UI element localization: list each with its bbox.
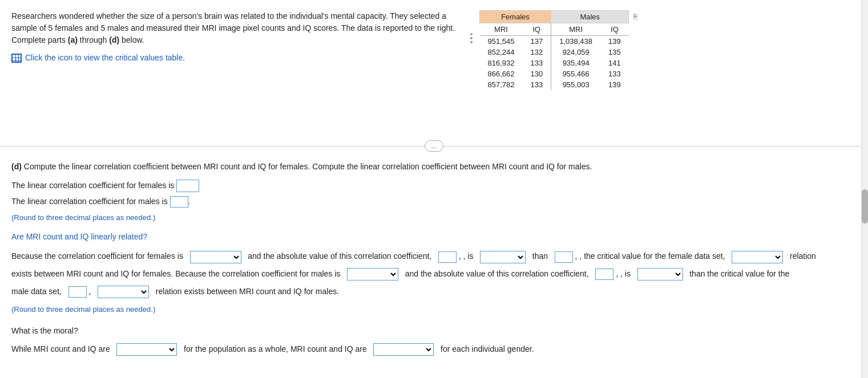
because-line2-mid3: than the critical value for the	[689, 269, 789, 278]
bold-a: (a)	[68, 35, 78, 44]
than-dropdown-1[interactable]: greater less	[480, 251, 526, 263]
relation-text-1: relation	[790, 251, 816, 261]
col-iq-f: IQ	[523, 23, 551, 36]
table-grid-icon	[11, 54, 22, 63]
section-divider: ...	[0, 137, 868, 155]
cell-mri-m: 924,059	[551, 47, 600, 58]
critical-value-females-input[interactable]	[555, 251, 573, 263]
cell-mri-f: 866,662	[480, 68, 523, 79]
d-label: (d)	[11, 162, 22, 171]
because-line2-mid1: and the absolute value of this correlati…	[405, 269, 589, 278]
abs-value-females-input[interactable]	[438, 251, 457, 263]
moral-section: What is the moral? While MRI count and I…	[11, 324, 857, 358]
males-coeff-input[interactable]	[170, 196, 188, 208]
critical-values-text[interactable]: Click the icon to view the critical valu…	[25, 52, 185, 64]
table-row: 857,782 133 955,003 139	[480, 79, 629, 90]
females-coeff-input[interactable]	[176, 180, 199, 192]
cell-iq-f: 137	[523, 36, 551, 47]
females-coeff-label: The linear correlation coefficient for f…	[11, 181, 174, 190]
cell-mri-m: 955,003	[551, 79, 600, 90]
question-d-body: Compute the linear correlation coefficie…	[22, 162, 592, 171]
bold-d: (d)	[109, 35, 119, 44]
bottom-section: (d) Compute the linear correlation coeff…	[0, 155, 868, 369]
cell-mri-m: 1,038,438	[551, 36, 600, 47]
mri-gender-dropdown[interactable]: correlated not correlated	[373, 343, 434, 356]
because-line1-is: , is	[463, 251, 474, 261]
scrollbar[interactable]	[861, 0, 868, 378]
because-line3-mid: relation exists between MRI count and IQ…	[156, 287, 339, 296]
resize-handle[interactable]	[468, 10, 475, 43]
cell-mri-m: 935,494	[551, 58, 600, 68]
critical-value-males-input[interactable]	[68, 286, 87, 298]
data-table: Females Males MRI IQ MRI IQ 951,545 137 …	[479, 10, 629, 90]
moral-line: While MRI count and IQ are correlated no…	[11, 340, 857, 358]
table-row: 852,244 132 924,059 135	[480, 47, 629, 58]
table-row: 951,545 137 1,038,438 139	[480, 36, 629, 47]
table-row: 816,932 133 935,494 141	[480, 58, 629, 68]
cell-iq-m: 141	[600, 58, 629, 68]
cell-iq-f: 132	[523, 47, 551, 58]
problem-paragraph: Researchers wondered whether the size of…	[11, 10, 457, 46]
females-coeff-dropdown[interactable]	[190, 251, 241, 263]
moral-while: While MRI count and IQ are	[11, 344, 110, 353]
copy-icon[interactable]: ⎘	[633, 10, 637, 21]
round-note-2: (Round to three decimal places as needed…	[11, 305, 155, 314]
because-line1-start: Because the correlation coefficient for …	[11, 251, 183, 261]
because-line3-start: male data set,	[11, 287, 62, 296]
moral-label: What is the moral?	[11, 324, 857, 338]
males-coeff-label: The linear correlation coefficient for m…	[11, 197, 168, 206]
mri-related-label: Are MRI count and IQ linearly related?	[11, 230, 857, 244]
cell-iq-f: 130	[523, 68, 551, 79]
col-mri-f: MRI	[480, 23, 523, 36]
divider-pill[interactable]: ...	[425, 140, 443, 152]
scrollbar-thumb[interactable]	[862, 189, 868, 223]
cell-iq-m: 135	[600, 47, 629, 58]
because-line2-is: , is	[620, 269, 631, 278]
table-row: 866,662 130 955,466 133	[480, 68, 629, 79]
because-line1-mid1: and the absolute value of this correlati…	[248, 251, 431, 261]
below-text: below.	[119, 35, 144, 44]
cell-mri-f: 852,244	[480, 47, 523, 58]
critical-values-link[interactable]: Click the icon to view the critical valu…	[11, 52, 457, 64]
cell-iq-f: 133	[523, 58, 551, 68]
relation-dropdown-1[interactable]: no a positive a negative	[732, 251, 783, 263]
cell-mri-f: 857,782	[480, 79, 523, 90]
through-text: through	[78, 35, 109, 44]
males-header: Males	[551, 11, 629, 23]
question-d-text: (d) Compute the linear correlation coeff…	[11, 160, 857, 174]
round-note-1: (Round to three decimal places as needed…	[11, 213, 155, 222]
males-coeff-line: The linear correlation coefficient for m…	[11, 193, 857, 225]
period: .	[188, 197, 191, 206]
col-mri-m: MRI	[551, 23, 600, 36]
abs-value-males-input[interactable]	[595, 269, 613, 280]
than-text: than	[532, 251, 548, 261]
problem-text: Researchers wondered whether the size of…	[11, 10, 457, 131]
moral-mid: for the population as a whole, MRI count…	[184, 344, 367, 353]
cell-mri-f: 951,545	[480, 36, 523, 47]
because-line1-mid4: , the critical value for the female data…	[579, 251, 725, 261]
cell-mri-f: 816,932	[480, 58, 523, 68]
cell-iq-f: 133	[523, 79, 551, 90]
relation-dropdown-2[interactable]: no a positive a negative	[98, 286, 149, 298]
females-coeff-line: The linear correlation coefficient for f…	[11, 177, 857, 193]
because-block: Because the correlation coefficient for …	[11, 247, 857, 318]
males-coeff-dropdown[interactable]	[347, 268, 398, 281]
cell-iq-m: 139	[600, 36, 629, 47]
cell-iq-m: 139	[600, 79, 629, 90]
because-line2-start: exists between MRI count and IQ for fema…	[11, 269, 340, 278]
cell-mri-m: 955,466	[551, 68, 600, 79]
col-iq-m: IQ	[600, 23, 629, 36]
data-table-area: Females Males MRI IQ MRI IQ 951,545 137 …	[468, 10, 708, 131]
cell-iq-m: 133	[600, 68, 629, 79]
females-header: Females	[480, 11, 551, 23]
moral-end: for each individual gender.	[441, 344, 534, 353]
than-dropdown-2[interactable]: greater less	[637, 268, 683, 281]
mri-overall-dropdown[interactable]: correlated not correlated	[116, 343, 177, 356]
